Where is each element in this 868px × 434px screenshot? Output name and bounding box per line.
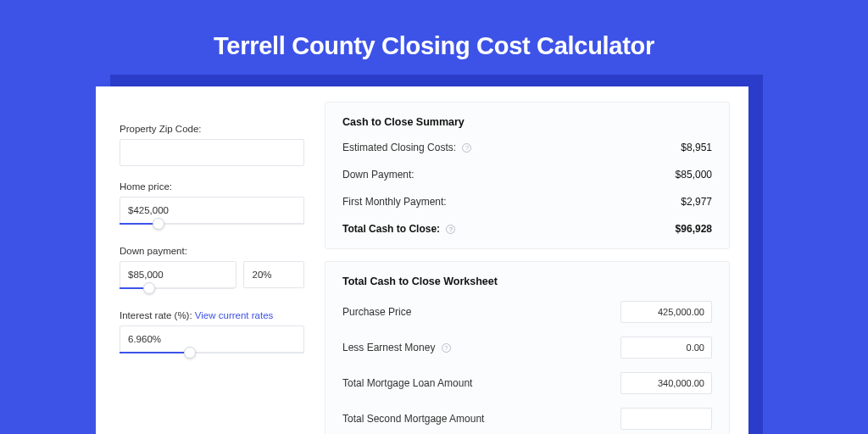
home-price-field-group: Home price: bbox=[120, 181, 304, 224]
calculator-card: Property Zip Code: Home price: Down paym… bbox=[96, 86, 748, 434]
summary-row-value: $2,977 bbox=[681, 196, 712, 208]
summary-row: Down Payment: $85,000 bbox=[342, 169, 712, 181]
page-title: Terrell County Closing Cost Calculator bbox=[0, 0, 868, 60]
down-payment-input[interactable] bbox=[120, 261, 236, 288]
worksheet-row: Total Second Mortgage Amount bbox=[342, 408, 712, 430]
worksheet-input[interactable] bbox=[620, 337, 712, 359]
home-price-slider-thumb[interactable] bbox=[153, 218, 164, 230]
interest-label-text: Interest rate (%): bbox=[120, 310, 195, 320]
help-icon[interactable] bbox=[442, 343, 451, 353]
worksheet-input[interactable] bbox=[620, 372, 712, 394]
summary-total-row: Total Cash to Close: $96,928 bbox=[342, 223, 712, 235]
summary-row-value: $8,951 bbox=[681, 142, 712, 153]
view-rates-link[interactable]: View current rates bbox=[195, 310, 273, 320]
worksheet-row: Less Earnest Money bbox=[342, 337, 712, 359]
help-icon[interactable] bbox=[446, 225, 455, 234]
worksheet-row-label: Purchase Price bbox=[342, 306, 411, 318]
interest-label: Interest rate (%): View current rates bbox=[120, 310, 304, 320]
summary-total-value: $96,928 bbox=[676, 223, 712, 235]
summary-panel: Cash to Close Summary Estimated Closing … bbox=[325, 102, 730, 249]
summary-row-label: First Monthly Payment: bbox=[342, 196, 447, 208]
summary-row-label: Down Payment: bbox=[342, 169, 415, 181]
summary-total-label: Total Cash to Close: bbox=[342, 223, 440, 235]
zip-input[interactable] bbox=[120, 139, 304, 166]
summary-row: First Monthly Payment: $2,977 bbox=[342, 196, 712, 208]
home-price-slider[interactable] bbox=[120, 223, 304, 225]
home-price-input[interactable] bbox=[120, 197, 304, 224]
worksheet-row: Total Mortgage Loan Amount bbox=[342, 372, 712, 394]
interest-slider-thumb[interactable] bbox=[184, 347, 196, 359]
summary-row: Estimated Closing Costs: $8,951 bbox=[342, 142, 712, 153]
worksheet-row: Purchase Price bbox=[342, 301, 712, 323]
worksheet-row-label: Total Second Mortgage Amount bbox=[342, 413, 484, 425]
worksheet-row-label: Less Earnest Money bbox=[342, 342, 435, 353]
down-payment-slider[interactable] bbox=[120, 287, 234, 289]
down-payment-percent-input[interactable] bbox=[243, 261, 304, 288]
zip-field-group: Property Zip Code: bbox=[120, 124, 304, 166]
home-price-label: Home price: bbox=[120, 181, 304, 192]
down-payment-field-group: Down payment: bbox=[120, 246, 304, 288]
zip-label: Property Zip Code: bbox=[120, 124, 304, 134]
summary-row-label: Estimated Closing Costs: bbox=[342, 142, 456, 153]
interest-input[interactable] bbox=[120, 326, 304, 353]
results-column: Cash to Close Summary Estimated Closing … bbox=[325, 102, 730, 434]
interest-slider[interactable] bbox=[120, 352, 304, 353]
worksheet-input[interactable] bbox=[620, 408, 712, 430]
summary-heading: Cash to Close Summary bbox=[342, 116, 712, 128]
down-payment-label: Down payment: bbox=[120, 246, 304, 256]
summary-row-value: $85,000 bbox=[676, 169, 712, 181]
worksheet-panel: Total Cash to Close Worksheet Purchase P… bbox=[325, 261, 730, 434]
worksheet-input[interactable] bbox=[620, 301, 712, 323]
down-payment-slider-thumb[interactable] bbox=[143, 282, 155, 294]
help-icon[interactable] bbox=[462, 143, 471, 153]
worksheet-heading: Total Cash to Close Worksheet bbox=[342, 275, 712, 287]
interest-field-group: Interest rate (%): View current rates bbox=[120, 310, 304, 353]
inputs-column: Property Zip Code: Home price: Down paym… bbox=[114, 102, 309, 434]
worksheet-row-label: Total Mortgage Loan Amount bbox=[342, 377, 472, 389]
